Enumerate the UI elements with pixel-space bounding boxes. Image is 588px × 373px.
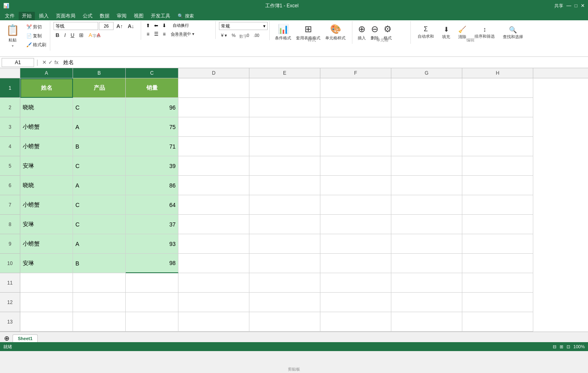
corner-cell[interactable] xyxy=(0,68,20,78)
share-button[interactable]: 共享 xyxy=(554,3,563,9)
close-button[interactable]: ✕ xyxy=(581,3,585,9)
cell-e3[interactable] xyxy=(249,117,320,137)
align-top-button[interactable]: ⬆ xyxy=(144,22,152,29)
cell-c2[interactable]: 96 xyxy=(126,98,178,117)
col-header-e[interactable]: E xyxy=(249,68,320,78)
cell-b11[interactable] xyxy=(73,273,126,293)
add-sheet-button[interactable]: ⊕ xyxy=(2,334,12,342)
view-layout-button[interactable]: ⊞ xyxy=(560,344,563,349)
cell-f12[interactable] xyxy=(320,293,391,312)
cell-g12[interactable] xyxy=(391,293,462,312)
cell-a11[interactable] xyxy=(20,273,73,293)
cell-a1[interactable]: 姓名 xyxy=(20,78,73,98)
cell-f11[interactable] xyxy=(320,273,391,293)
row-header-12[interactable]: 12 xyxy=(0,293,20,312)
cell-a10[interactable]: 安琳 xyxy=(20,254,73,273)
cell-d12[interactable] xyxy=(178,293,249,312)
minimize-button[interactable]: — xyxy=(567,3,571,9)
row-header-6[interactable]: 6 xyxy=(0,176,20,195)
cell-h11[interactable] xyxy=(462,273,533,293)
cell-h7[interactable] xyxy=(462,195,533,215)
row-header-10[interactable]: 10 xyxy=(0,254,20,273)
menu-file[interactable]: 文件 xyxy=(2,12,18,20)
cell-d6[interactable] xyxy=(178,176,249,195)
col-header-d[interactable]: D xyxy=(178,68,249,78)
paste-button[interactable]: 📋 粘贴 xyxy=(3,23,22,49)
row-header-1[interactable]: 1 xyxy=(0,78,20,98)
cell-a5[interactable]: 安琳 xyxy=(20,156,73,176)
search-label[interactable]: 搜索 xyxy=(185,13,194,19)
cell-f3[interactable] xyxy=(320,117,391,137)
row-header-4[interactable]: 4 xyxy=(0,137,20,156)
cell-c4[interactable]: 71 xyxy=(126,137,178,156)
menu-view[interactable]: 视图 xyxy=(131,12,147,20)
menu-home[interactable]: 开始 xyxy=(19,12,35,20)
cell-f10[interactable] xyxy=(320,254,391,273)
cell-f6[interactable] xyxy=(320,176,391,195)
cell-e6[interactable] xyxy=(249,176,320,195)
cell-g3[interactable] xyxy=(391,117,462,137)
cell-h2[interactable] xyxy=(462,98,533,117)
align-middle-button[interactable]: ⬅ xyxy=(152,22,160,29)
cell-g2[interactable] xyxy=(391,98,462,117)
cell-a6[interactable]: 晓晓 xyxy=(20,176,73,195)
cell-g4[interactable] xyxy=(391,137,462,156)
cell-g8[interactable] xyxy=(391,215,462,234)
col-header-h[interactable]: H xyxy=(462,68,533,78)
cell-e7[interactable] xyxy=(249,195,320,215)
cell-e9[interactable] xyxy=(249,234,320,254)
cell-g1[interactable] xyxy=(391,78,462,98)
cell-a4[interactable]: 小螃蟹 xyxy=(20,137,73,156)
cell-d13[interactable] xyxy=(178,312,249,332)
cell-d1[interactable] xyxy=(178,78,249,98)
cell-h1[interactable] xyxy=(462,78,533,98)
cell-h13[interactable] xyxy=(462,312,533,332)
cell-f5[interactable] xyxy=(320,156,391,176)
cell-b13[interactable] xyxy=(73,312,126,332)
cell-h9[interactable] xyxy=(462,234,533,254)
cell-d5[interactable] xyxy=(178,156,249,176)
cell-e13[interactable] xyxy=(249,312,320,332)
cell-h3[interactable] xyxy=(462,117,533,137)
cell-c8[interactable]: 37 xyxy=(126,215,178,234)
cell-a9[interactable]: 小螃蟹 xyxy=(20,234,73,254)
row-header-13[interactable]: 13 xyxy=(0,312,20,332)
menu-pagelayout[interactable]: 页面布局 xyxy=(53,12,79,20)
cell-a3[interactable]: 小螃蟹 xyxy=(20,117,73,137)
menu-insert[interactable]: 插入 xyxy=(36,12,52,20)
cell-e5[interactable] xyxy=(249,156,320,176)
cell-e11[interactable] xyxy=(249,273,320,293)
cell-f7[interactable] xyxy=(320,195,391,215)
cell-b7[interactable]: C xyxy=(73,195,126,215)
font-shrink-button[interactable]: A↓ xyxy=(126,22,136,30)
menu-formula[interactable]: 公式 xyxy=(79,12,96,20)
cell-c5[interactable]: 39 xyxy=(126,156,178,176)
maximize-button[interactable]: □ xyxy=(575,3,577,9)
cell-b4[interactable]: B xyxy=(73,137,126,156)
cell-ref-input[interactable] xyxy=(2,58,34,67)
view-page-button[interactable]: ⊡ xyxy=(567,344,570,349)
col-header-f[interactable]: F xyxy=(320,68,391,78)
cell-g6[interactable] xyxy=(391,176,462,195)
cell-c7[interactable]: 64 xyxy=(126,195,178,215)
row-header-7[interactable]: 7 xyxy=(0,195,20,215)
menu-review[interactable]: 审阅 xyxy=(114,12,130,20)
cell-h10[interactable] xyxy=(462,254,533,273)
font-size-input[interactable] xyxy=(99,22,114,30)
cell-h4[interactable] xyxy=(462,137,533,156)
col-header-g[interactable]: G xyxy=(391,68,462,78)
cell-b3[interactable]: A xyxy=(73,117,126,137)
col-header-a[interactable]: A xyxy=(20,68,73,78)
auto-wrap-button[interactable]: 自动换行 xyxy=(169,22,193,29)
cell-c3[interactable]: 75 xyxy=(126,117,178,137)
cell-e10[interactable] xyxy=(249,254,320,273)
cell-f8[interactable] xyxy=(320,215,391,234)
cell-f2[interactable] xyxy=(320,98,391,117)
cell-b8[interactable]: C xyxy=(73,215,126,234)
menu-data[interactable]: 数据 xyxy=(97,12,113,20)
sheet-tab-sheet1[interactable]: Sheet1 xyxy=(13,334,38,342)
row-header-5[interactable]: 5 xyxy=(0,156,20,176)
cell-a8[interactable]: 安琳 xyxy=(20,215,73,234)
menu-developer[interactable]: 开发工具 xyxy=(148,12,174,20)
cell-f13[interactable] xyxy=(320,312,391,332)
